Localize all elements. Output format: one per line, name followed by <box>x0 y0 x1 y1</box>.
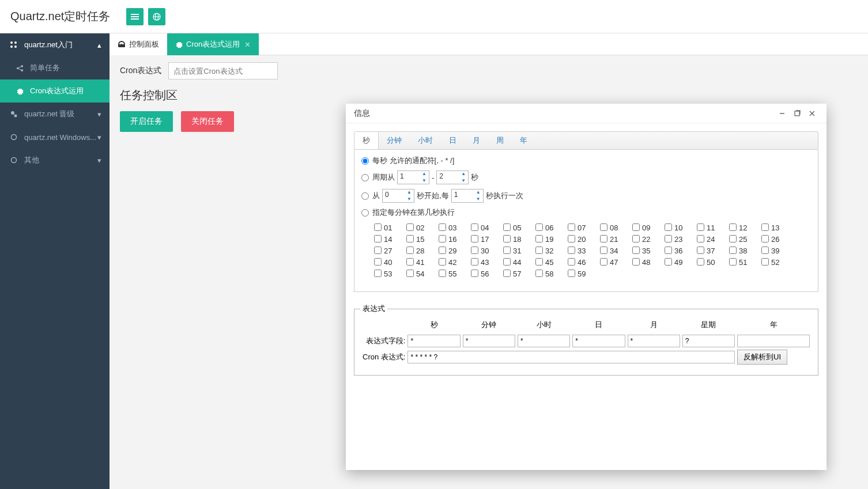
second-checkbox-25[interactable]: 25 <box>729 234 761 245</box>
maximize-icon[interactable] <box>791 107 803 120</box>
second-checkbox-59[interactable]: 59 <box>568 268 600 280</box>
cron-tab-5[interactable]: 周 <box>488 132 512 149</box>
second-checkbox-48[interactable]: 48 <box>632 257 665 268</box>
exp-field-0[interactable] <box>407 335 460 347</box>
second-checkbox-33[interactable]: 33 <box>568 245 600 257</box>
exp-field-2[interactable] <box>518 335 570 347</box>
cron-input[interactable] <box>168 62 278 79</box>
cron-tab-4[interactable]: 月 <box>465 132 488 149</box>
second-checkbox-54[interactable]: 54 <box>406 268 439 280</box>
second-checkbox-43[interactable]: 43 <box>471 257 503 268</box>
sidebar-item-simple[interactable]: 简单任务 <box>0 56 110 79</box>
range-from-spinner[interactable]: 1▲▼ <box>397 170 429 184</box>
second-checkbox-06[interactable]: 06 <box>535 222 568 234</box>
exp-field-6[interactable] <box>737 335 810 347</box>
second-checkbox-26[interactable]: 26 <box>761 234 794 245</box>
cron-tab-1[interactable]: 分钟 <box>379 132 410 149</box>
cron-tab-2[interactable]: 小时 <box>410 132 441 149</box>
second-checkbox-11[interactable]: 11 <box>697 222 729 234</box>
second-checkbox-45[interactable]: 45 <box>535 257 568 268</box>
second-checkbox-47[interactable]: 47 <box>600 257 632 268</box>
cron-tab-3[interactable]: 日 <box>441 132 465 149</box>
dialog-header[interactable]: 信息 <box>346 104 827 123</box>
exp-field-1[interactable] <box>463 335 515 347</box>
second-checkbox-28[interactable]: 28 <box>406 245 439 257</box>
second-checkbox-23[interactable]: 23 <box>665 234 697 245</box>
second-checkbox-17[interactable]: 17 <box>471 234 503 245</box>
second-checkbox-03[interactable]: 03 <box>439 222 471 234</box>
second-checkbox-01[interactable]: 01 <box>374 222 406 234</box>
second-checkbox-38[interactable]: 38 <box>729 245 761 257</box>
second-checkbox-22[interactable]: 22 <box>632 234 665 245</box>
interval-start-spinner[interactable]: 0▲▼ <box>382 189 414 203</box>
opt-specific-radio[interactable] <box>361 209 369 217</box>
menu-toggle-button[interactable] <box>126 8 144 25</box>
second-checkbox-09[interactable]: 09 <box>632 222 665 234</box>
second-checkbox-10[interactable]: 10 <box>665 222 697 234</box>
second-checkbox-56[interactable]: 56 <box>471 268 503 280</box>
second-checkbox-12[interactable]: 12 <box>729 222 761 234</box>
second-checkbox-20[interactable]: 20 <box>568 234 600 245</box>
exp-field-5[interactable] <box>682 335 735 347</box>
opt-wildcard-radio[interactable] <box>361 157 369 165</box>
second-checkbox-21[interactable]: 21 <box>600 234 632 245</box>
cron-tab-0[interactable]: 秒 <box>354 132 379 149</box>
second-checkbox-08[interactable]: 08 <box>600 222 632 234</box>
second-checkbox-44[interactable]: 44 <box>503 257 535 268</box>
range-to-spinner[interactable]: 2▲▼ <box>436 170 469 184</box>
parse-button[interactable]: 反解析到UI <box>737 350 787 365</box>
sidebar-item-intro[interactable]: quartz.net入门 ▴ <box>0 33 110 56</box>
second-checkbox-57[interactable]: 57 <box>503 268 535 280</box>
start-button[interactable]: 开启任务 <box>120 111 173 132</box>
second-checkbox-42[interactable]: 42 <box>439 257 471 268</box>
second-checkbox-32[interactable]: 32 <box>535 245 568 257</box>
cron-tab-6[interactable]: 年 <box>512 132 535 149</box>
second-checkbox-16[interactable]: 16 <box>439 234 471 245</box>
second-checkbox-39[interactable]: 39 <box>761 245 794 257</box>
second-checkbox-36[interactable]: 36 <box>665 245 697 257</box>
cron-expression-input[interactable] <box>407 351 735 363</box>
second-checkbox-15[interactable]: 15 <box>406 234 439 245</box>
second-checkbox-37[interactable]: 37 <box>697 245 729 257</box>
theme-button[interactable] <box>148 8 165 25</box>
close-icon[interactable] <box>806 107 818 120</box>
second-checkbox-41[interactable]: 41 <box>406 257 439 268</box>
second-checkbox-52[interactable]: 52 <box>761 257 794 268</box>
second-checkbox-29[interactable]: 29 <box>439 245 471 257</box>
second-checkbox-02[interactable]: 02 <box>406 222 439 234</box>
second-checkbox-14[interactable]: 14 <box>374 234 406 245</box>
interval-step-spinner[interactable]: 1▲▼ <box>451 189 484 203</box>
second-checkbox-46[interactable]: 46 <box>568 257 600 268</box>
second-checkbox-35[interactable]: 35 <box>632 245 665 257</box>
second-checkbox-27[interactable]: 27 <box>374 245 406 257</box>
tab-dashboard[interactable]: 控制面板 <box>110 33 167 55</box>
second-checkbox-53[interactable]: 53 <box>374 268 406 280</box>
opt-interval-radio[interactable] <box>361 192 369 200</box>
second-checkbox-04[interactable]: 04 <box>471 222 503 234</box>
second-checkbox-24[interactable]: 24 <box>697 234 729 245</box>
second-checkbox-07[interactable]: 07 <box>568 222 600 234</box>
second-checkbox-40[interactable]: 40 <box>374 257 406 268</box>
close-icon[interactable]: ✕ <box>244 40 251 49</box>
sidebar-item-windows[interactable]: quartz.net Windows... ▾ <box>0 126 110 149</box>
second-checkbox-13[interactable]: 13 <box>761 222 794 234</box>
second-checkbox-58[interactable]: 58 <box>535 268 568 280</box>
stop-button[interactable]: 关闭任务 <box>181 111 234 132</box>
opt-range-radio[interactable] <box>361 174 369 181</box>
exp-field-4[interactable] <box>628 335 680 347</box>
sidebar-item-cron[interactable]: Cron表达式运用 <box>0 79 110 103</box>
minimize-icon[interactable] <box>776 107 788 120</box>
second-checkbox-34[interactable]: 34 <box>600 245 632 257</box>
second-checkbox-49[interactable]: 49 <box>665 257 697 268</box>
second-checkbox-19[interactable]: 19 <box>535 234 568 245</box>
sidebar-item-advanced[interactable]: quartz.net 晋级 ▾ <box>0 103 110 126</box>
second-checkbox-30[interactable]: 30 <box>471 245 503 257</box>
second-checkbox-50[interactable]: 50 <box>697 257 729 268</box>
second-checkbox-05[interactable]: 05 <box>503 222 535 234</box>
second-checkbox-51[interactable]: 51 <box>729 257 761 268</box>
second-checkbox-31[interactable]: 31 <box>503 245 535 257</box>
exp-field-3[interactable] <box>572 335 625 347</box>
second-checkbox-55[interactable]: 55 <box>439 268 471 280</box>
second-checkbox-18[interactable]: 18 <box>503 234 535 245</box>
sidebar-item-other[interactable]: 其他 ▾ <box>0 149 110 172</box>
